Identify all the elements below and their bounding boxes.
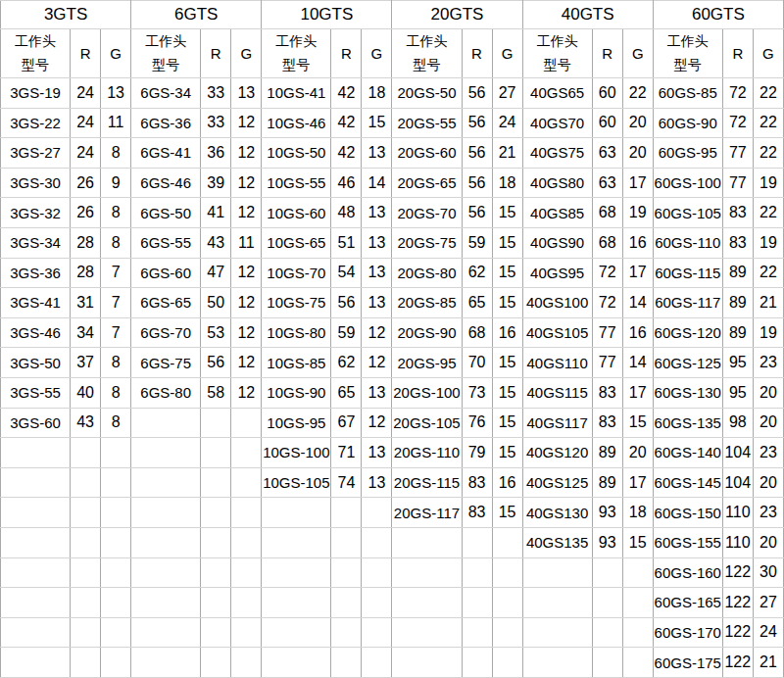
cell-r: 95 <box>722 377 753 408</box>
cell-empty <box>131 557 201 588</box>
cell-model: 6GS-55 <box>131 227 201 258</box>
cell-g: 19 <box>753 227 783 258</box>
cell-empty <box>101 617 131 648</box>
cell-empty <box>71 648 101 678</box>
cell-model: 60GS-175 <box>653 648 722 678</box>
cell-empty <box>592 617 622 648</box>
cell-g: 15 <box>492 498 522 528</box>
table-row: 3GS-302696GS-46391210GS-55461420GS-65561… <box>1 168 784 198</box>
cell-empty <box>392 648 462 678</box>
cell-g: 20 <box>622 138 653 169</box>
cell-r: 59 <box>462 227 492 258</box>
cell-g: 21 <box>753 648 783 678</box>
cell-g: 15 <box>492 258 522 288</box>
cell-empty <box>392 527 462 557</box>
cell-empty <box>131 408 201 438</box>
cell-empty <box>201 557 231 588</box>
cell-empty <box>71 438 101 468</box>
cell-empty <box>592 648 622 678</box>
cell-model: 40GS110 <box>522 348 592 378</box>
cell-model: 3GS-41 <box>1 288 71 318</box>
cell-empty <box>231 557 262 588</box>
cell-r: 110 <box>722 498 753 528</box>
cell-empty <box>101 498 131 528</box>
cell-empty <box>101 467 131 498</box>
cell-g: 21 <box>492 138 522 169</box>
cell-r: 56 <box>462 108 492 138</box>
cell-r: 77 <box>722 168 753 198</box>
cell-g: 14 <box>622 288 653 318</box>
cell-model: 20GS-65 <box>392 168 462 198</box>
cell-empty <box>231 498 262 528</box>
cell-empty <box>231 527 262 557</box>
table-row: 3GS-6043810GS-95671220GS-105761540GS1178… <box>1 408 784 438</box>
cell-g: 17 <box>622 168 653 198</box>
cell-model: 40GS90 <box>522 227 592 258</box>
cell-r: 74 <box>331 467 362 498</box>
group-header-60gts: 60GTS <box>653 1 783 29</box>
cell-r: 48 <box>331 198 362 228</box>
cell-model: 60GS-85 <box>653 78 722 109</box>
cell-r: 24 <box>71 108 101 138</box>
cell-model: 40GS115 <box>522 377 592 408</box>
column-header-g: G <box>492 29 522 78</box>
cell-g: 18 <box>362 78 392 109</box>
cell-g: 22 <box>753 78 783 109</box>
cell-empty <box>101 438 131 468</box>
cell-model: 40GS135 <box>522 527 592 557</box>
cell-empty <box>622 617 653 648</box>
cell-model: 10GS-70 <box>262 258 331 288</box>
table-row: 10GS-105741320GS-115831640GS125891760GS-… <box>1 467 784 498</box>
cell-empty <box>131 648 201 678</box>
cell-empty <box>1 498 71 528</box>
cell-g: 17 <box>622 377 653 408</box>
cell-empty <box>592 557 622 588</box>
cell-r: 72 <box>722 108 753 138</box>
cell-g: 12 <box>231 377 262 408</box>
cell-r: 54 <box>331 258 362 288</box>
cell-model: 6GS-36 <box>131 108 201 138</box>
cell-model: 20GS-95 <box>392 348 462 378</box>
column-header-model: 工作头型号 <box>1 29 71 78</box>
cell-g: 15 <box>492 408 522 438</box>
cell-model: 10GS-41 <box>262 78 331 109</box>
cell-model: 10GS-90 <box>262 377 331 408</box>
cell-g: 11 <box>231 227 262 258</box>
cell-r: 83 <box>462 467 492 498</box>
cell-empty <box>131 588 201 618</box>
cell-empty <box>131 498 201 528</box>
cell-r: 56 <box>462 138 492 169</box>
spec-table-page: 3GTS6GTS10GTS20GTS40GTS60GTS 工作头型号RG工作头型… <box>0 0 784 678</box>
cell-r: 79 <box>462 438 492 468</box>
cell-empty <box>1 588 71 618</box>
cell-empty <box>231 588 262 618</box>
cell-empty <box>1 557 71 588</box>
cell-r: 70 <box>462 348 492 378</box>
cell-r: 93 <box>592 498 622 528</box>
cell-r: 46 <box>331 168 362 198</box>
cell-empty <box>522 557 592 588</box>
cell-g: 24 <box>753 617 783 648</box>
cell-g: 8 <box>101 408 131 438</box>
table-row: 3GS-1924136GS-34331310GS-41421820GS-5056… <box>1 78 784 109</box>
cell-model: 10GS-55 <box>262 168 331 198</box>
cell-model: 10GS-95 <box>262 408 331 438</box>
cell-r: 122 <box>722 648 753 678</box>
cell-r: 83 <box>462 498 492 528</box>
cell-empty <box>262 588 331 618</box>
cell-g: 22 <box>622 78 653 109</box>
cell-model: 10GS-46 <box>262 108 331 138</box>
table-row: 20GS-117831540GS130931860GS-15011023 <box>1 498 784 528</box>
cell-empty <box>1 438 71 468</box>
cell-r: 122 <box>722 588 753 618</box>
cell-g: 13 <box>362 227 392 258</box>
cell-r: 47 <box>201 258 231 288</box>
cell-r: 83 <box>722 227 753 258</box>
cell-g: 27 <box>492 78 522 109</box>
cell-g: 22 <box>753 138 783 169</box>
cell-model: 20GS-110 <box>392 438 462 468</box>
cell-model: 60GS-130 <box>653 377 722 408</box>
cell-r: 43 <box>71 408 101 438</box>
cell-model: 40GS100 <box>522 288 592 318</box>
cell-r: 39 <box>201 168 231 198</box>
